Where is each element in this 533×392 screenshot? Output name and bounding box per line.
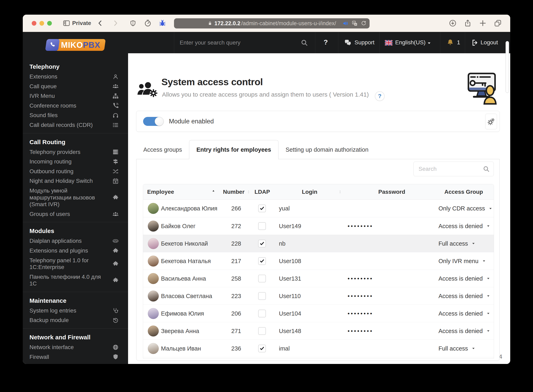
table-row[interactable]: Васильева Анна258User131••••••••Access i… xyxy=(143,270,494,287)
column-header-password[interactable]: Password xyxy=(378,189,405,195)
sidebar-item-anti-brute-force[interactable]: Anti brute force xyxy=(23,362,128,364)
top-menu: ? Support English(US) 1 Logout xyxy=(128,32,510,53)
column-header-ldap[interactable]: LDAP xyxy=(255,189,270,195)
table-search-input[interactable] xyxy=(418,162,479,176)
support-chat-icon[interactable] xyxy=(344,39,352,47)
access-group-dropdown[interactable]: Only IVR menu xyxy=(439,258,486,264)
table-row[interactable]: Бекетов Николай228nbFull access xyxy=(143,235,494,252)
sidebar-item-firewall[interactable]: Firewall xyxy=(23,352,128,362)
new-tab-icon[interactable] xyxy=(479,19,487,27)
caret-down-icon xyxy=(486,276,491,281)
sidebar-item-night-and-holiday-switch[interactable]: Night and Holiday Switch xyxy=(23,176,128,186)
sidebar-item-telephony-panel-1-0-for-1c-enterprise[interactable]: Telephony panel 1.0 for 1C:Enterprise xyxy=(23,256,128,272)
ldap-checkbox[interactable] xyxy=(258,257,266,265)
notification-count[interactable]: 1 xyxy=(457,39,460,46)
sidebar-item-conference-rooms[interactable]: Conference rooms xyxy=(23,101,128,111)
ldap-checkbox[interactable] xyxy=(258,292,266,300)
access-group-dropdown[interactable]: Access is denied xyxy=(439,327,491,334)
forward-icon[interactable] xyxy=(111,19,119,27)
sidebar-item-ivr-menu[interactable]: IVR Menu xyxy=(23,91,128,101)
column-header-number[interactable]: Number xyxy=(223,189,245,195)
table-row-partial[interactable] xyxy=(143,357,494,359)
table-row[interactable]: Александрова Юлия266yualOnly CDR access xyxy=(143,200,494,217)
share-icon[interactable] xyxy=(464,19,472,27)
sidebar-item-call-queue[interactable]: Call queue xyxy=(23,82,128,91)
tab-entry-rights-for-employees[interactable]: Entry rights for employees xyxy=(189,140,278,159)
notification-bell-icon[interactable] xyxy=(446,39,454,46)
logout-button[interactable]: Logout xyxy=(481,39,498,46)
access-group-dropdown[interactable]: Access is denied xyxy=(439,223,491,229)
address-bar[interactable]: 172.22.0.2 /admin-cabinet/module-users-u… xyxy=(174,18,370,28)
search-icon[interactable] xyxy=(301,39,308,47)
logout-icon[interactable] xyxy=(471,39,478,47)
search-icon[interactable] xyxy=(482,165,490,173)
sidebar-toggle-icon[interactable] xyxy=(63,19,70,27)
sort-both-icon[interactable] xyxy=(492,190,494,194)
sidebar-item-модуль-умной-маршрутизации-вызовов-smart-ivr[interactable]: Модуль умной маршрутизации вызовов (Smar… xyxy=(23,186,128,209)
global-search-input[interactable] xyxy=(179,32,297,53)
module-settings-button[interactable] xyxy=(485,114,497,129)
support-button[interactable]: Support xyxy=(355,39,375,46)
sort-both-icon[interactable] xyxy=(247,190,251,194)
timer-extension-icon[interactable] xyxy=(144,19,152,27)
downloads-icon[interactable] xyxy=(449,19,457,27)
column-header-login[interactable]: Login xyxy=(302,189,317,195)
table-row[interactable]: Бекетова Наталья217User108Only IVR menu xyxy=(143,252,494,270)
module-enabled-toggle[interactable] xyxy=(143,117,163,126)
sidebar-item-backup-module[interactable]: Backup module xyxy=(23,315,128,325)
table-row[interactable]: Зверева Анна271User148••••••••Access is … xyxy=(143,322,494,340)
column-header-access-group[interactable]: Access Group xyxy=(444,189,483,195)
reload-icon[interactable] xyxy=(361,20,367,26)
close-window-button[interactable] xyxy=(32,21,36,26)
ldap-checkbox[interactable] xyxy=(258,310,266,317)
tab-overview-icon[interactable] xyxy=(494,19,502,27)
table-row[interactable]: Мальцев Иван236imalFull access xyxy=(143,340,494,357)
sidebar-item-extensions-and-plugins[interactable]: Extensions and plugins xyxy=(23,246,128,256)
check-icon xyxy=(260,241,265,246)
sidebar-item-extensions[interactable]: Extensions xyxy=(23,72,128,82)
speaker-icon[interactable] xyxy=(342,20,349,27)
chevron-down-icon[interactable] xyxy=(426,41,432,46)
ldap-checkbox[interactable] xyxy=(258,240,266,247)
tab-setting-up-domain-authorization[interactable]: Setting up domain authorization xyxy=(278,140,376,159)
column-header-employee[interactable]: Employee xyxy=(147,189,174,195)
table-row[interactable]: Байков Олег272User149••••••••Access is d… xyxy=(143,217,494,235)
ldap-checkbox[interactable] xyxy=(258,222,266,230)
access-group-dropdown[interactable]: Access is denied xyxy=(439,310,491,317)
minimize-window-button[interactable] xyxy=(39,21,44,26)
sidebar-item-network-interface[interactable]: Network interface xyxy=(23,342,128,352)
table-row[interactable]: Ефимова Юлия206User104••••••••Access is … xyxy=(143,305,494,322)
sidebar-item-system-log-entries[interactable]: System log entries xyxy=(23,306,128,316)
sidebar-item-dialplan-applications[interactable]: Dialplan applications xyxy=(23,236,128,246)
sidebar-item-incoming-routing[interactable]: Incoming routing xyxy=(23,157,128,167)
help-button[interactable]: ? xyxy=(324,38,328,46)
mikopbx-logo[interactable]: MIKOPBX xyxy=(23,32,128,58)
access-group-dropdown[interactable]: Full access xyxy=(439,240,476,247)
access-group-dropdown[interactable]: Full access xyxy=(439,345,476,352)
access-group-dropdown[interactable]: Access is denied xyxy=(439,275,491,282)
sidebar-item-groups-of-users[interactable]: Groups of users xyxy=(23,209,128,219)
version-help-button[interactable]: ? xyxy=(375,91,385,101)
access-group-dropdown[interactable]: Access is denied xyxy=(439,293,491,299)
sort-ascending-icon[interactable] xyxy=(211,189,215,194)
privacy-shield-icon[interactable] xyxy=(129,20,137,27)
bug-extension-icon[interactable] xyxy=(158,19,166,27)
translate-icon[interactable] xyxy=(352,20,358,27)
tab-access-groups[interactable]: Access groups xyxy=(136,140,189,159)
table-row[interactable]: Власова Светлана223User110••••••••Access… xyxy=(143,287,494,305)
ldap-checkbox[interactable] xyxy=(258,275,266,282)
scrollbar-thumb[interactable] xyxy=(505,41,509,93)
back-icon[interactable] xyxy=(96,19,104,27)
ldap-checkbox[interactable] xyxy=(258,345,266,352)
sidebar-item-панель-телефонии-4-0-для-1с[interactable]: Панель телефонии 4.0 для 1С xyxy=(23,272,128,289)
language-selector[interactable]: English(US) xyxy=(395,39,426,46)
sidebar-item-telephony-providers[interactable]: Telephony providers xyxy=(23,147,128,157)
sort-both-icon[interactable] xyxy=(338,190,342,194)
sidebar-item-outbound-routing[interactable]: Outbound routing xyxy=(23,167,128,176)
sidebar-item-call-detail-records-cdr[interactable]: Call detail records (CDR) xyxy=(23,120,128,130)
ldap-checkbox[interactable] xyxy=(258,205,266,212)
ldap-checkbox[interactable] xyxy=(258,327,266,335)
access-group-dropdown[interactable]: Only CDR access xyxy=(439,205,493,212)
zoom-window-button[interactable] xyxy=(47,21,52,26)
sidebar-item-sound-files[interactable]: Sound files xyxy=(23,110,128,120)
